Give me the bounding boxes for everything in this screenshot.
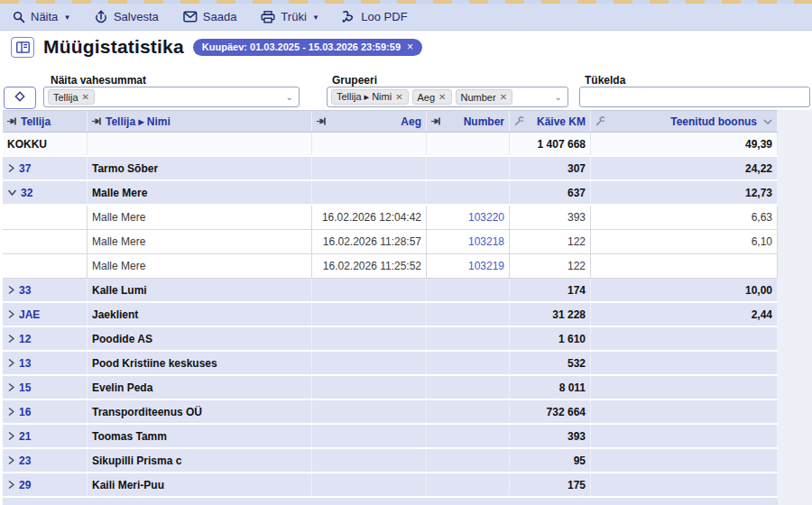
invoice-number-link[interactable]: 103219 [468, 260, 504, 272]
statistics-table: TellijaTellija ▸ NimiAegNumberKäive KMTe… [3, 110, 778, 505]
split-input[interactable] [579, 87, 810, 107]
bonus-cell: 2,44 [591, 303, 778, 326]
customer-code-link[interactable]: 16 [19, 406, 31, 418]
column-header-teenitud-boonus[interactable]: Teenitud boonus [591, 111, 778, 132]
remove-chip-icon[interactable]: ✕ [500, 92, 507, 102]
remove-chip-icon[interactable]: ✕ [438, 92, 446, 102]
show-subtotal-combobox[interactable]: Tellija✕ ⌄ [43, 87, 300, 107]
expand-right-icon[interactable] [7, 455, 15, 465]
code-cell: JAE [3, 303, 88, 326]
show-button[interactable]: Näita ▾ [13, 10, 69, 23]
remove-chip-icon[interactable]: ✕ [395, 92, 402, 102]
column-header-number[interactable]: Number [427, 111, 510, 132]
customer-code-link[interactable]: 15 [19, 381, 31, 394]
send-button[interactable]: Saada [183, 10, 237, 23]
wrench-icon [595, 116, 605, 126]
group-by-label: Grupeeri [332, 74, 377, 87]
expand-right-icon[interactable] [7, 431, 15, 441]
column-header-tellija[interactable]: Tellija [3, 111, 88, 132]
save-button[interactable]: Salvesta [94, 10, 159, 23]
turnover-value: 307 [567, 162, 586, 175]
table-header-row: TellijaTellija ▸ NimiAegNumberKäive KMTe… [3, 110, 778, 133]
turnover-cell: 175 [510, 473, 591, 496]
settings-diamond-button[interactable] [4, 87, 36, 109]
sort-desc-icon [763, 118, 772, 125]
code-cell: 37 [3, 157, 88, 179]
number-cell [427, 327, 510, 350]
name-cell: Kalle Lumi [88, 279, 312, 301]
name-cell: Kaili Meri-Puu [88, 473, 312, 496]
name-cell: Sikupilli Prisma c [88, 449, 312, 472]
expand-right-icon[interactable] [7, 480, 15, 490]
pdf-icon [342, 11, 355, 23]
filter-chip[interactable]: Tellija ▸ Nimi✕ [331, 89, 409, 105]
report-layout-icon[interactable] [11, 37, 34, 58]
customer-code-link[interactable]: 33 [19, 284, 31, 297]
time-cell [312, 303, 427, 326]
code-cell: 23 [3, 449, 88, 472]
customer-code-link[interactable]: 23 [19, 454, 31, 467]
page-title: Müügistatistika [43, 36, 184, 58]
expand-right-icon[interactable] [7, 334, 15, 344]
chevron-down-icon: ▾ [65, 13, 69, 22]
bonus-cell: 6,10 [591, 230, 778, 253]
close-icon[interactable]: × [407, 41, 413, 53]
expand-right-icon[interactable] [7, 382, 15, 392]
column-header-label: Tellija [21, 115, 51, 128]
time-value: 16.02.2026 12:04:42 [322, 211, 421, 224]
time-cell [312, 157, 427, 179]
customer-code-link[interactable]: 12 [19, 333, 31, 345]
customer-code-link[interactable]: 37 [19, 162, 31, 175]
print-button[interactable]: Trüki ▾ [261, 10, 318, 23]
expand-right-icon[interactable] [7, 309, 15, 319]
table-row-JAE: JAEJaeklient31 2282,44 [3, 303, 778, 327]
number-cell: 103218 [427, 230, 510, 253]
customer-code-link[interactable]: JAE [19, 308, 40, 321]
bonus-cell: 10,00 [591, 279, 778, 301]
expand-right-icon[interactable] [7, 285, 15, 295]
table-row-37: 37Tarmo Sõber30724,22 [3, 157, 778, 181]
chevron-down-icon[interactable]: ⌄ [286, 92, 295, 102]
column-header-aeg[interactable]: Aeg [312, 111, 427, 132]
filter-chip[interactable]: Number✕ [456, 89, 513, 105]
customer-code-link[interactable]: 21 [19, 430, 31, 443]
filter-chip-label: Tellija ▸ Nimi [337, 91, 392, 103]
number-cell [427, 425, 510, 447]
column-header-tellija-nimi[interactable]: Tellija ▸ Nimi [88, 111, 312, 132]
expand-right-icon[interactable] [7, 163, 15, 173]
expand-down-icon[interactable] [7, 188, 17, 197]
filter-chip[interactable]: Tellija✕ [48, 89, 95, 105]
turnover-value: 31 228 [552, 308, 586, 321]
number-cell [427, 376, 510, 399]
bonus-cell [591, 400, 778, 423]
chevron-down-icon[interactable]: ⌄ [555, 92, 564, 102]
expand-right-icon[interactable] [7, 407, 15, 417]
customer-code-link[interactable]: 13 [19, 357, 31, 370]
remove-chip-icon[interactable]: ✕ [82, 92, 89, 102]
group-by-combobox[interactable]: Tellija ▸ Nimi✕Aeg✕Number✕ ⌄ [327, 87, 568, 107]
customer-name: Pood Kristiine keskuses [92, 357, 217, 370]
toolbar: Näita ▾ Salvesta Saada Trüki ▾ Loo PDF [0, 4, 812, 31]
invoice-number-link[interactable]: 103220 [468, 211, 504, 224]
wrench-icon [514, 116, 524, 126]
time-cell [312, 327, 427, 350]
code-cell: 12 [3, 327, 88, 350]
code-cell: 33 [3, 279, 88, 301]
customer-code-link[interactable]: 32 [21, 187, 32, 199]
expand-right-icon[interactable] [7, 358, 15, 368]
split-label: Tükelda [585, 74, 625, 87]
table-row-16: 16Transporditeenus OÜ732 664 [3, 400, 778, 425]
customer-name: Tarmo Sõber [92, 162, 158, 175]
total-label: KOKKU [7, 138, 47, 151]
time-cell [312, 133, 427, 155]
filter-chip[interactable]: Aeg✕ [412, 89, 452, 105]
name-cell: Tarmo Sõber [88, 157, 312, 179]
number-cell: 103220 [427, 206, 510, 229]
customer-code-link[interactable]: 29 [19, 479, 31, 491]
turnover-value: 95 [574, 454, 586, 467]
turnover-cell: 95 [510, 449, 591, 472]
printer-icon [261, 11, 275, 23]
column-header-k-ive-km[interactable]: Käive KM [510, 111, 591, 132]
invoice-number-link[interactable]: 103218 [468, 235, 504, 248]
create-pdf-button[interactable]: Loo PDF [342, 10, 407, 23]
